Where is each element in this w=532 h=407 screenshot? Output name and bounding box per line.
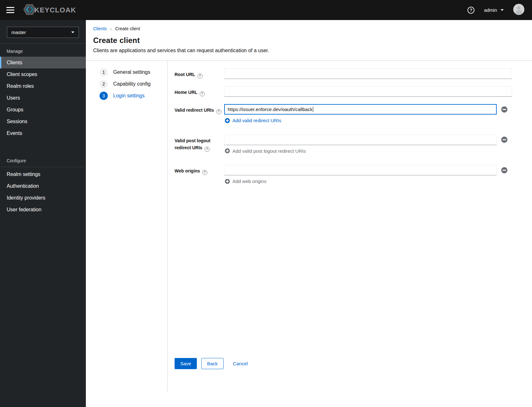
help-icon[interactable]: ? [197,74,203,79]
valid-redirect-uris-row: Valid redirect URIs? https://issuer.enfo… [175,104,512,124]
user-menu[interactable]: admin [484,7,504,13]
home-url-input[interactable] [224,86,512,97]
chevron-down-icon [501,9,504,11]
login-settings-form: Root URL? Home URL? [168,61,532,407]
web-origins-row: Web origins? [175,165,512,185]
wizard-actions: Save Back Cancel [175,358,512,369]
wizard-step-general-settings[interactable]: 1 General settings [100,68,167,76]
breadcrumb-current: Create client [115,26,140,31]
help-icon[interactable]: ? [216,109,221,114]
breadcrumb: Clients › Create client [93,26,524,31]
nav-section-configure: Configure Realm settings Authentication … [0,153,86,215]
step-number: 1 [100,68,108,76]
page-subtitle: Clients are applications and services th… [93,48,524,53]
keycloak-logo: KEYCLOAK [23,4,76,17]
sidebar-item-authentication[interactable]: Authentication [0,180,86,192]
page-header: Clients › Create client Create client Cl… [86,20,532,61]
sidebar-item-users[interactable]: Users [0,92,86,104]
step-number: 2 [100,80,108,88]
sidebar-item-sessions[interactable]: Sessions [0,116,86,127]
sidebar-item-events[interactable]: Events [0,127,86,139]
remove-post-logout-uri-button[interactable] [501,137,508,143]
back-button[interactable]: Back [201,358,223,369]
add-valid-post-logout-redirect-uris-button[interactable]: Add valid post logout redirect URIs [225,148,306,154]
wizard-nav: 1 General settings 2 Capability config 3… [86,61,168,392]
sidebar-item-identity-providers[interactable]: Identity providers [0,192,86,204]
avatar[interactable] [513,4,524,16]
breadcrumb-clients-link[interactable]: Clients [93,26,107,31]
sidebar-item-client-scopes[interactable]: Client scopes [0,68,86,80]
sidebar-item-clients[interactable]: Clients [0,57,86,68]
home-url-label: Home URL? [175,86,224,96]
nav-section-title: Configure [0,153,86,167]
save-button[interactable]: Save [175,358,197,369]
sidebar-item-groups[interactable]: Groups [0,104,86,116]
help-icon[interactable]: ? [467,7,474,14]
wizard-step-capability-config[interactable]: 2 Capability config [100,80,167,88]
sidebar-item-realm-roles[interactable]: Realm roles [0,80,86,92]
plus-circle-icon [225,179,230,184]
realm-selector-value: master [11,30,26,35]
sidebar-item-user-federation[interactable]: User federation [0,204,86,215]
chevron-down-icon [71,32,74,33]
help-icon[interactable]: ? [204,147,210,152]
home-url-row: Home URL? [175,86,512,97]
step-number: 3 [100,92,108,100]
add-web-origins-button[interactable]: Add web origins [225,179,266,184]
valid-post-logout-redirect-uris-input[interactable] [224,135,497,145]
wizard-step-login-settings[interactable]: 3 Login settings [100,92,167,100]
help-icon[interactable]: ? [200,91,205,96]
add-valid-redirect-uris-button[interactable]: Add valid redirect URIs [225,118,281,123]
web-origins-input[interactable] [224,165,497,175]
plus-circle-icon [225,148,230,153]
valid-redirect-uris-label: Valid redirect URIs? [175,104,224,114]
valid-redirect-uris-input[interactable]: https://issuer.enforce.dev/oauth/callbac… [224,104,497,115]
main-content: Clients › Create client Create client Cl… [86,20,532,407]
brand-text: KEYCLOAK [34,6,76,14]
plus-circle-icon [225,118,230,123]
keycloak-logo-icon [23,4,36,17]
nav-section-title: Manage [0,44,86,57]
help-icon[interactable]: ? [202,170,207,175]
nav-section-manage: Manage Clients Client scopes Realm roles… [0,44,86,139]
realm-selector[interactable]: master [7,27,79,38]
valid-post-logout-redirect-uris-row: Valid post logout redirect URIs? [175,135,512,155]
root-url-input[interactable] [224,68,512,79]
sidebar-item-realm-settings[interactable]: Realm settings [0,168,86,180]
username: admin [484,7,497,13]
text-cursor [313,107,313,112]
web-origins-label: Web origins? [175,165,224,175]
remove-redirect-uri-button[interactable] [501,106,508,113]
masthead: KEYCLOAK ? admin [0,0,532,20]
root-url-row: Root URL? [175,68,512,79]
nav-toggle-icon[interactable] [6,6,15,14]
chevron-right-icon: › [110,26,112,31]
page-title: Create client [93,36,524,45]
root-url-label: Root URL? [175,68,224,79]
cancel-button[interactable]: Cancel [233,358,248,369]
remove-web-origin-button[interactable] [501,167,508,173]
sidebar: master Manage Clients Client scopes Real… [0,20,86,407]
valid-post-logout-redirect-uris-label: Valid post logout redirect URIs? [175,135,224,152]
